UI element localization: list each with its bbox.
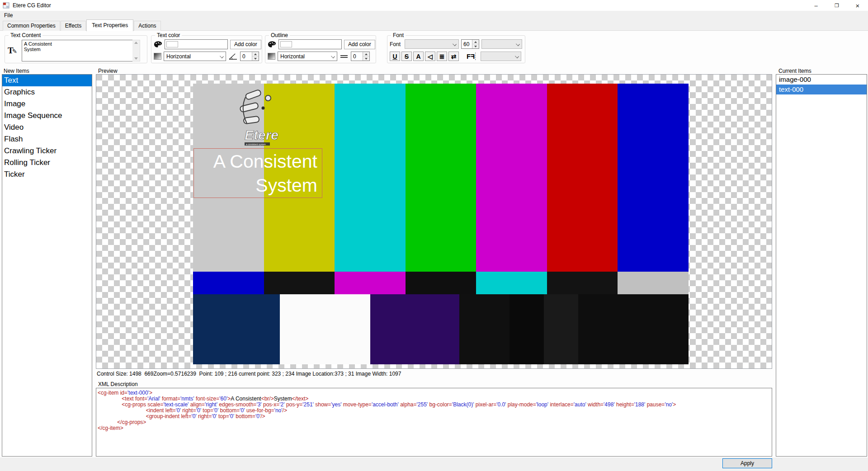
overlay-line-2: System	[194, 174, 317, 198]
font-preset-select[interactable]	[481, 39, 522, 49]
gradient-icon	[154, 53, 161, 60]
apply-button[interactable]: Apply	[722, 458, 772, 468]
color-bar	[547, 84, 618, 272]
chevron-down-icon	[220, 54, 224, 58]
text-color-angle-spinner[interactable]: 0	[240, 52, 259, 61]
gradient-icon	[268, 53, 275, 60]
mirror-text-icon[interactable]: FF	[467, 52, 476, 60]
spin-down-icon[interactable]	[472, 44, 479, 48]
palette-icon	[154, 41, 162, 48]
tab-actions[interactable]: Actions	[134, 21, 160, 31]
outline-gradient-select[interactable]: Horizontal	[278, 52, 337, 61]
color-bar	[618, 272, 689, 294]
minimize-button[interactable]: –	[806, 0, 826, 11]
text-color-field[interactable]	[165, 39, 228, 49]
new-item-graphics[interactable]: Graphics	[2, 86, 92, 98]
font-style-button-3[interactable]: ◁	[425, 52, 435, 61]
font-style-button-5[interactable]: ⇄	[448, 52, 459, 61]
current-item-text-000[interactable]: text-000	[776, 85, 867, 94]
color-bar	[476, 272, 547, 294]
new-item-text[interactable]: Text	[2, 75, 92, 86]
new-item-flash[interactable]: Flash	[2, 133, 92, 145]
spin-up-icon[interactable]	[252, 52, 259, 57]
text-content-group: Text Content T✎ A Consistent System	[5, 35, 147, 63]
xml-description-title: XML Description	[98, 381, 138, 387]
xml-code[interactable]: <cg-item id='text-000'> <text font='Aria…	[96, 388, 772, 457]
xml-line: </cg-item>	[98, 425, 770, 431]
new-item-crawling-ticker[interactable]: Crawling Ticker	[2, 145, 92, 157]
font-size-value: 60	[462, 40, 472, 48]
color-bar	[509, 294, 544, 364]
current-item-image-000[interactable]: image-000	[776, 75, 867, 85]
palette-icon	[268, 41, 276, 48]
new-item-image-sequence[interactable]: Image Sequence	[2, 110, 92, 122]
color-bar	[459, 294, 510, 364]
color-bar	[264, 272, 335, 294]
text-content-legend: Text Content	[9, 32, 42, 38]
new-item-ticker[interactable]: Ticker	[2, 169, 92, 180]
maximize-button[interactable]: ❐	[826, 0, 847, 11]
font-style-buttons: USA◁≣⇄	[390, 52, 459, 61]
color-bar	[618, 84, 689, 272]
current-items-title: Current Items	[778, 68, 811, 74]
spin-up-icon[interactable]	[363, 52, 369, 57]
spin-down-icon[interactable]	[252, 57, 259, 61]
text-color-group: Text color Add color Horizontal 0	[151, 35, 262, 63]
status-line: Control Size: 1498 669Zoom=0.5716239 Poi…	[97, 371, 401, 377]
current-items-list: image-000text-000	[776, 74, 867, 457]
new-item-image[interactable]: Image	[2, 98, 92, 110]
line-thickness-icon	[340, 53, 349, 60]
outline-add-color-button[interactable]: Add color	[344, 40, 375, 49]
color-bar	[280, 294, 371, 364]
tab-common-properties[interactable]: Common Properties	[3, 21, 60, 31]
text-content-input[interactable]: A Consistent System	[22, 40, 133, 61]
tab-strip: Common PropertiesEffectsText PropertiesA…	[3, 21, 161, 31]
color-bar	[370, 294, 459, 364]
text-item-overlay[interactable]: A Consistent System	[193, 148, 322, 198]
color-bar	[476, 84, 547, 272]
font-group: Font Font 60 USA◁≣⇄ FF	[387, 35, 525, 63]
menu-file[interactable]: File	[0, 11, 17, 20]
font-family-select[interactable]	[405, 39, 459, 49]
outline-group: Outline Add color Horizontal 0	[265, 35, 376, 63]
chevron-down-icon	[331, 54, 335, 58]
window-title: Etere CG Editor	[13, 2, 51, 9]
xml-line: </cg-props>	[98, 419, 770, 425]
scroll-down-icon[interactable]	[134, 57, 138, 60]
close-button[interactable]: ×	[847, 0, 868, 11]
color-bar	[193, 294, 280, 364]
smpte-image[interactable]: Etere a consistent system A Consistent S…	[193, 84, 689, 364]
outline-width-spinner[interactable]: 0	[351, 52, 370, 61]
new-item-video[interactable]: Video	[2, 122, 92, 133]
text-content-scrollbar[interactable]	[132, 40, 140, 61]
outline-legend: Outline	[269, 32, 290, 38]
font-style-button-0[interactable]: U	[390, 52, 400, 61]
font-size-spinner[interactable]: 60	[461, 39, 479, 49]
smpte-strip-bars	[193, 272, 689, 294]
text-color-add-button[interactable]: Add color	[230, 40, 261, 49]
outline-color-field[interactable]	[278, 39, 342, 49]
preview-canvas[interactable]: Etere a consistent system A Consistent S…	[96, 74, 772, 369]
tab-effects[interactable]: Effects	[61, 21, 86, 31]
color-bar	[193, 272, 264, 294]
color-bar	[547, 272, 618, 294]
logo-dot-icon	[262, 107, 265, 110]
font-style-button-1[interactable]: S	[401, 52, 412, 61]
font-style-button-4[interactable]: ≣	[437, 52, 447, 61]
font-style-button-2[interactable]: A	[413, 52, 424, 61]
text-color-gradient-select[interactable]: Horizontal	[164, 52, 226, 61]
title-bar: Etere CG Editor – ❐ ×	[0, 0, 868, 11]
new-items-title: New Items	[4, 68, 29, 74]
tab-text-properties[interactable]: Text Properties	[86, 19, 133, 31]
logo-brand-text: Etere	[245, 127, 278, 142]
spin-down-icon[interactable]	[363, 57, 369, 61]
color-bar	[335, 272, 406, 294]
outline-width-value: 0	[351, 52, 363, 61]
outline-gradient-value: Horizontal	[280, 53, 305, 60]
font-effect-select[interactable]	[481, 52, 521, 61]
app-icon	[3, 2, 10, 9]
scroll-up-icon[interactable]	[134, 42, 138, 44]
chevron-down-icon	[515, 54, 519, 58]
new-item-rolling-ticker[interactable]: Rolling Ticker	[2, 157, 92, 169]
spin-up-icon[interactable]	[472, 40, 479, 44]
